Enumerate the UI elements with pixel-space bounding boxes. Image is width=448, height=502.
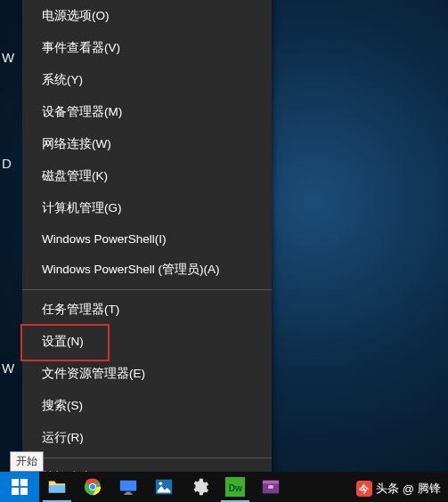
menu-item-run[interactable]: 运行(R) xyxy=(22,422,272,454)
menu-item-powershell[interactable]: Windows PowerShell(I) xyxy=(22,224,272,254)
menu-item-task-manager[interactable]: 任务管理器(T) xyxy=(22,294,272,326)
dreamweaver-icon: Dw xyxy=(225,477,245,497)
archive-icon xyxy=(261,477,281,497)
windows-logo-icon xyxy=(10,477,29,497)
cropped-desktop-icons: W D W xyxy=(0,0,20,472)
taskbar-settings[interactable] xyxy=(182,472,217,502)
taskbar-archive[interactable] xyxy=(253,472,289,502)
icon-hint: W xyxy=(2,360,18,376)
taskbar-left: Dw xyxy=(0,472,289,502)
start-button[interactable] xyxy=(0,472,39,502)
svg-text:Dw: Dw xyxy=(229,483,242,493)
svg-rect-9 xyxy=(126,492,131,494)
menu-label: 系统(Y) xyxy=(42,73,83,86)
gear-icon xyxy=(190,477,209,497)
icon-hint: D xyxy=(2,156,18,172)
taskbar-display-settings[interactable] xyxy=(110,472,146,502)
svg-point-7 xyxy=(90,484,95,490)
svg-rect-8 xyxy=(120,481,136,491)
menu-label: 运行(R) xyxy=(42,431,84,444)
folder-icon xyxy=(47,477,67,497)
menu-separator xyxy=(22,289,272,290)
credit-author: 腾锋 xyxy=(418,481,441,497)
menu-item-event-viewer[interactable]: 事件查看器(V) xyxy=(22,32,272,64)
menu-label: 网络连接(W) xyxy=(42,137,111,150)
menu-separator xyxy=(22,457,272,458)
menu-item-network-connections[interactable]: 网络连接(W) xyxy=(22,128,272,160)
menu-label: Windows PowerShell (管理员)(A) xyxy=(42,263,220,276)
menu-label: 计算机管理(G) xyxy=(42,201,122,215)
menu-item-power-options[interactable]: 电源选项(O) xyxy=(22,0,272,32)
menu-label: 电源选项(O) xyxy=(42,9,110,22)
taskbar-dreamweaver[interactable]: Dw xyxy=(217,472,253,502)
toutiao-logo-icon: 今 xyxy=(356,481,372,497)
svg-rect-0 xyxy=(12,479,19,486)
menu-item-powershell-admin[interactable]: Windows PowerShell (管理员)(A) xyxy=(22,254,272,286)
tooltip-text: 开始 xyxy=(16,455,37,467)
svg-point-12 xyxy=(159,482,163,486)
svg-rect-2 xyxy=(12,488,19,495)
svg-rect-1 xyxy=(20,479,28,486)
menu-label: Windows PowerShell(I) xyxy=(42,232,167,246)
menu-item-system[interactable]: 系统(Y) xyxy=(22,64,272,96)
svg-rect-17 xyxy=(268,485,273,489)
menu-item-disk-management[interactable]: 磁盘管理(K) xyxy=(22,160,272,192)
photos-icon xyxy=(154,477,174,497)
svg-rect-3 xyxy=(20,488,28,495)
menu-item-settings[interactable]: 设置(N) xyxy=(22,326,272,358)
svg-rect-16 xyxy=(263,481,279,484)
svg-rect-10 xyxy=(124,493,132,494)
menu-label: 搜索(S) xyxy=(42,399,83,412)
menu-label: 事件查看器(V) xyxy=(42,41,120,54)
menu-item-file-explorer[interactable]: 文件资源管理器(E) xyxy=(22,358,272,390)
desktop-background: W D W 电源选项(O) 事件查看器(V) 系统(Y) 设备管理器(M) 网络… xyxy=(0,0,448,502)
menu-label: 磁盘管理(K) xyxy=(42,169,108,182)
credit-prefix: 头条 xyxy=(376,481,399,497)
menu-item-device-manager[interactable]: 设备管理器(M) xyxy=(22,96,272,128)
icon-hint: W xyxy=(2,50,18,66)
menu-item-computer-management[interactable]: 计算机管理(G) xyxy=(22,192,272,224)
attribution-overlay: 今 头条 @腾锋 xyxy=(356,481,441,497)
winx-context-menu: 电源选项(O) 事件查看器(V) 系统(Y) 设备管理器(M) 网络连接(W) … xyxy=(22,0,272,502)
monitor-icon xyxy=(118,477,138,497)
menu-label: 设置(N) xyxy=(42,335,84,348)
taskbar-photos[interactable] xyxy=(146,472,182,502)
start-button-tooltip: 开始 xyxy=(10,451,44,472)
credit-at: @ xyxy=(403,482,414,496)
taskbar-chrome[interactable] xyxy=(75,472,110,502)
menu-label: 设备管理器(M) xyxy=(42,105,122,118)
chrome-icon xyxy=(83,477,102,497)
taskbar-file-explorer[interactable] xyxy=(39,472,75,502)
menu-label: 任务管理器(T) xyxy=(42,303,119,316)
menu-item-search[interactable]: 搜索(S) xyxy=(22,390,272,422)
menu-label: 文件资源管理器(E) xyxy=(42,367,145,380)
